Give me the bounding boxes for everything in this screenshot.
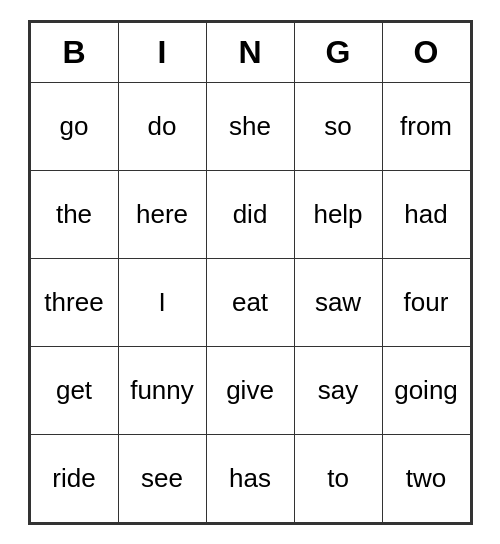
header-cell-g: G — [294, 22, 382, 82]
cell-0-3: so — [294, 82, 382, 170]
cell-4-1: see — [118, 434, 206, 522]
cell-3-0: get — [30, 346, 118, 434]
cell-1-2: did — [206, 170, 294, 258]
table-row: threeIeatsawfour — [30, 258, 470, 346]
cell-1-3: help — [294, 170, 382, 258]
cell-4-4: two — [382, 434, 470, 522]
cell-0-1: do — [118, 82, 206, 170]
cell-2-1: I — [118, 258, 206, 346]
header-row: BINGO — [30, 22, 470, 82]
cell-2-3: saw — [294, 258, 382, 346]
cell-3-3: say — [294, 346, 382, 434]
bingo-card: BINGO godoshesofromtheheredidhelphadthre… — [28, 20, 473, 525]
cell-1-1: here — [118, 170, 206, 258]
table-row: theheredidhelphad — [30, 170, 470, 258]
cell-0-4: from — [382, 82, 470, 170]
table-row: rideseehastotwo — [30, 434, 470, 522]
cell-2-2: eat — [206, 258, 294, 346]
cell-2-0: three — [30, 258, 118, 346]
cell-3-1: funny — [118, 346, 206, 434]
table-row: getfunnygivesaygoing — [30, 346, 470, 434]
bingo-table: BINGO godoshesofromtheheredidhelphadthre… — [30, 22, 471, 523]
cell-0-2: she — [206, 82, 294, 170]
cell-1-0: the — [30, 170, 118, 258]
header-cell-o: O — [382, 22, 470, 82]
cell-0-0: go — [30, 82, 118, 170]
cell-1-4: had — [382, 170, 470, 258]
cell-3-2: give — [206, 346, 294, 434]
table-row: godoshesofrom — [30, 82, 470, 170]
cell-4-3: to — [294, 434, 382, 522]
cell-4-2: has — [206, 434, 294, 522]
header-cell-i: I — [118, 22, 206, 82]
header-cell-b: B — [30, 22, 118, 82]
cell-3-4: going — [382, 346, 470, 434]
header-cell-n: N — [206, 22, 294, 82]
cell-2-4: four — [382, 258, 470, 346]
cell-4-0: ride — [30, 434, 118, 522]
